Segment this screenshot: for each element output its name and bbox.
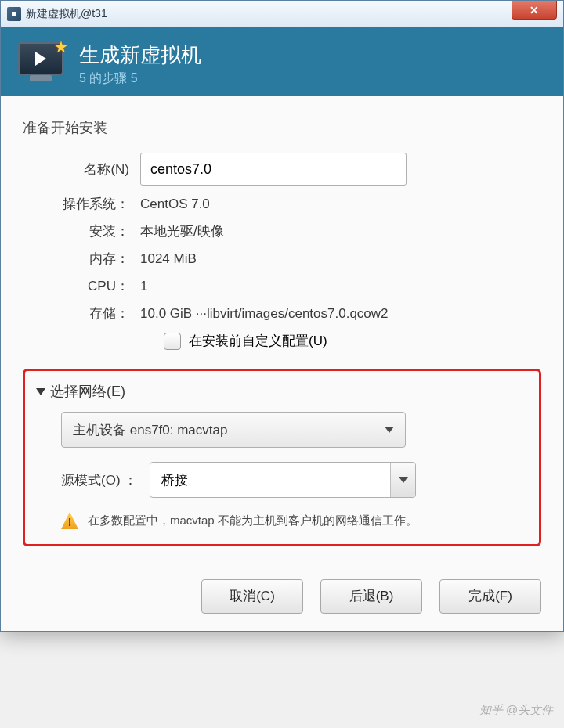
chevron-down-icon: [36, 388, 45, 395]
cancel-button[interactable]: 取消(C): [201, 579, 303, 614]
source-mode-label: 源模式(O) ：: [61, 471, 137, 489]
watermark: 知乎 @头文件: [479, 703, 553, 718]
source-mode-select[interactable]: 桥接: [150, 462, 416, 498]
banner: ★ 生成新虚拟机 5 的步骤 5: [1, 27, 563, 96]
source-mode-row: 源模式(O) ： 桥接: [61, 462, 528, 498]
memory-row: 内存： 1024 MiB: [23, 250, 541, 268]
name-row: 名称(N): [23, 153, 541, 186]
cpu-row: CPU： 1: [23, 277, 541, 295]
titlebar: 新建虚拟机@t31 ✕: [1, 1, 563, 27]
storage-label: 存储：: [23, 305, 140, 323]
install-label: 安装：: [23, 222, 140, 240]
storage-value: 10.0 GiB ···libvirt/images/centos7.0.qco…: [140, 306, 389, 322]
network-device-value: 主机设备 ens7f0: macvtap: [73, 421, 227, 439]
memory-value: 1024 MiB: [140, 251, 197, 267]
app-icon: [7, 7, 21, 21]
cpu-label: CPU：: [23, 277, 140, 295]
install-row: 安装： 本地光驱/映像: [23, 222, 541, 240]
source-mode-value: 桥接: [161, 471, 188, 489]
banner-text: 生成新虚拟机 5 的步骤 5: [79, 41, 201, 87]
section-heading: 准备开始安装: [23, 118, 541, 137]
banner-subtitle: 5 的步骤 5: [79, 70, 201, 87]
network-device-select[interactable]: 主机设备 ens7f0: macvtap: [61, 412, 406, 448]
warning-icon: !: [61, 512, 78, 529]
network-expander[interactable]: 选择网络(E): [36, 382, 528, 401]
warning-row: ! 在多数配置中，macvtap 不能为主机到客户机的网络通信工作。: [61, 512, 528, 530]
storage-row: 存储： 10.0 GiB ···libvirt/images/centos7.0…: [23, 305, 541, 323]
memory-label: 内存：: [23, 250, 140, 268]
finish-button[interactable]: 完成(F): [439, 579, 541, 614]
dialog-window: 新建虚拟机@t31 ✕ ★ 生成新虚拟机 5 的步骤 5 准备开始安装 名称(N…: [0, 0, 564, 632]
name-input[interactable]: [140, 153, 407, 186]
vm-icon: ★: [18, 42, 65, 86]
close-button[interactable]: ✕: [512, 1, 557, 20]
chevron-down-icon: [399, 477, 408, 483]
name-label: 名称(N): [23, 160, 140, 178]
chevron-down-icon: [385, 427, 394, 433]
button-row: 取消(C) 后退(B) 完成(F): [1, 560, 563, 631]
network-section-highlight: 选择网络(E) 主机设备 ens7f0: macvtap 源模式(O) ： 桥接…: [23, 369, 541, 546]
dialog-body: 准备开始安装 名称(N) 操作系统： CentOS 7.0 安装： 本地光驱/映…: [1, 96, 563, 560]
close-icon: ✕: [530, 4, 539, 16]
customize-checkbox[interactable]: [164, 333, 181, 350]
banner-title: 生成新虚拟机: [79, 41, 201, 69]
back-button[interactable]: 后退(B): [320, 579, 422, 614]
os-row: 操作系统： CentOS 7.0: [23, 195, 541, 213]
network-header-label: 选择网络(E): [50, 382, 125, 401]
star-icon: ★: [54, 38, 68, 56]
os-value: CentOS 7.0: [140, 196, 210, 212]
install-value: 本地光驱/映像: [140, 222, 224, 240]
window-title: 新建虚拟机@t31: [26, 7, 107, 21]
customize-label: 在安装前自定义配置(U): [189, 332, 327, 350]
cpu-value: 1: [140, 279, 147, 294]
os-label: 操作系统：: [23, 195, 140, 213]
customize-row: 在安装前自定义配置(U): [164, 332, 541, 350]
warning-text: 在多数配置中，macvtap 不能为主机到客户机的网络通信工作。: [88, 512, 418, 530]
